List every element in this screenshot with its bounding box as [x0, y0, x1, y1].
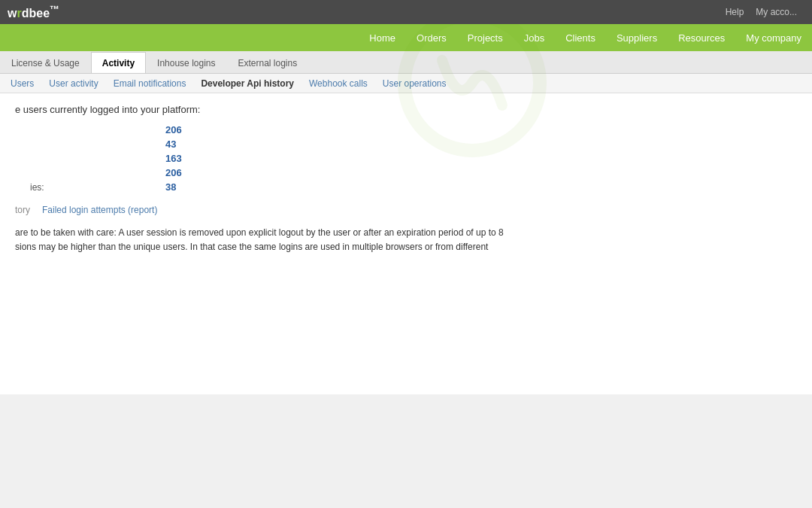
main-content: e users currently logged into your platf… [0, 93, 812, 394]
history-link[interactable]: tory [15, 205, 30, 215]
account-link[interactable]: My acco... [756, 7, 797, 17]
nav-suppliers[interactable]: Suppliers [606, 24, 668, 51]
header-text: e users currently logged into your platf… [15, 104, 200, 115]
stats-value-4: 38 [165, 181, 195, 193]
nav-orders[interactable]: Orders [406, 24, 457, 51]
nav-resources[interactable]: Resources [668, 24, 735, 51]
sub-nav-users[interactable]: Users [3, 75, 41, 92]
main-nav: Home Orders Projects Jobs Clients Suppli… [0, 24, 812, 51]
sub-nav-user-operations[interactable]: User operations [375, 75, 454, 92]
nav-projects[interactable]: Projects [457, 24, 514, 51]
sub-nav-email-notifications[interactable]: Email notifications [106, 75, 194, 92]
stats-value-0: 206 [165, 124, 195, 135]
sub-nav-user-activity[interactable]: User activity [41, 75, 105, 92]
nav-jobs[interactable]: Jobs [514, 24, 555, 51]
tab-license-usage[interactable]: License & Usage [0, 52, 91, 73]
report-links: tory Failed login attempts (report) [15, 205, 797, 215]
nav-home[interactable]: Home [359, 24, 406, 51]
sub-nav-webhook-calls[interactable]: Webhook calls [301, 75, 375, 92]
tab-activity[interactable]: Activity [91, 52, 146, 73]
nav-my-company[interactable]: My company [735, 24, 812, 51]
nav-clients[interactable]: Clients [555, 24, 606, 51]
stats-value-2: 163 [165, 153, 195, 164]
sub-nav: Users User activity Email notifications … [0, 74, 812, 93]
stats-value-3: 206 [165, 167, 195, 178]
stats-table: 206 43 163 206 ies: 38 [30, 124, 797, 193]
stats-value-1: 43 [165, 138, 195, 150]
top-bar-links: Help My acco... [726, 7, 797, 17]
failed-login-link[interactable]: Failed login attempts (report) [42, 205, 157, 215]
stats-label-4: ies: [30, 182, 165, 193]
sub-nav-developer-api-history[interactable]: Developer Api history [193, 75, 301, 92]
tab-external-logins[interactable]: External logins [226, 52, 308, 73]
stats-row-1: 43 [30, 138, 797, 150]
tab-inhouse-logins[interactable]: Inhouse logins [146, 52, 226, 73]
tab-bar: License & Usage Activity Inhouse logins … [0, 51, 812, 74]
help-link[interactable]: Help [726, 7, 744, 17]
brand-logo: wrdbee™ [8, 4, 59, 20]
note-line-1: are to be taken with care: A user sessio… [15, 226, 541, 240]
stats-row-3: 206 [30, 167, 797, 178]
stats-row-4: ies: 38 [30, 181, 797, 193]
top-bar: wrdbee™ Help My acco... [0, 0, 812, 24]
note-text: are to be taken with care: A user sessio… [15, 226, 541, 254]
stats-row-2: 163 [30, 153, 797, 164]
stats-row-0: 206 [30, 124, 797, 135]
content-header: e users currently logged into your platf… [15, 104, 797, 115]
note-line-2: sions may be higher than the unique user… [15, 240, 541, 254]
